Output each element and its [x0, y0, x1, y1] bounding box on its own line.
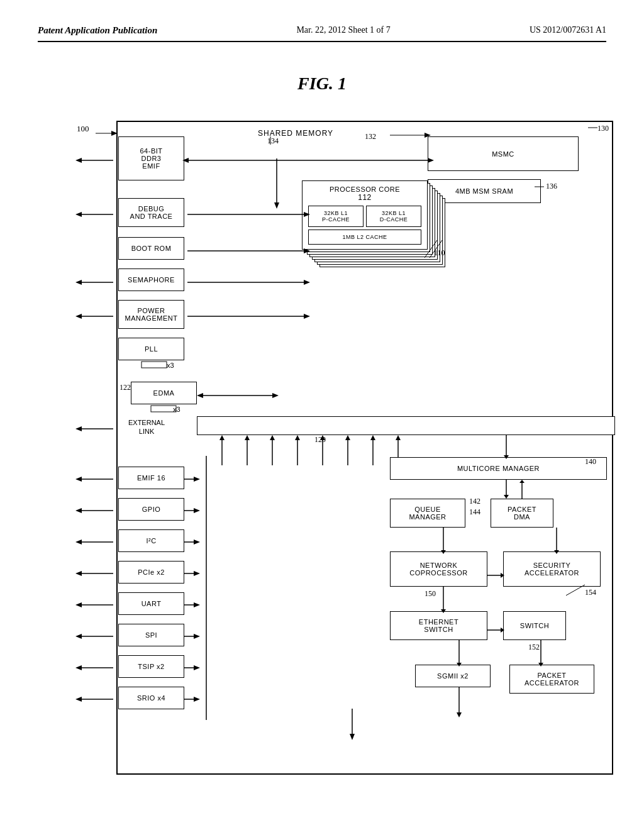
svg-marker-76 — [194, 665, 200, 670]
svg-marker-17 — [304, 248, 310, 253]
header-publication-label: Patent Application Publication — [38, 25, 157, 36]
uart-box: UART — [118, 592, 184, 615]
svg-marker-88 — [519, 480, 525, 483]
svg-marker-19 — [304, 280, 310, 285]
pcie-box: PCIe x2 — [118, 561, 184, 584]
svg-marker-95 — [501, 573, 504, 578]
page: Patent Application Publication Mar. 22, … — [0, 0, 644, 830]
svg-marker-72 — [194, 634, 200, 639]
l1d-cache-box: 32KB L1 D-CACHE — [366, 206, 421, 227]
processor-core-label: PROCESSOR CORE — [330, 185, 400, 193]
svg-marker-66 — [75, 602, 82, 607]
pll-x3-bracket — [138, 338, 176, 369]
sgmii-box: SGMII x2 — [415, 665, 491, 687]
sa-connect-line — [550, 528, 563, 554]
multicore-mgr-box: MULTICORE MANAGER — [390, 457, 607, 480]
ext-link-arrow — [75, 423, 119, 435]
l1p-cache-box: 32KB L1 P-CACHE — [308, 206, 364, 227]
svg-marker-68 — [194, 602, 200, 607]
svg-marker-6 — [428, 158, 434, 163]
svg-marker-7 — [182, 158, 189, 163]
svg-marker-23 — [75, 314, 82, 319]
eth-sgmii-arrow — [453, 640, 465, 667]
svg-marker-32 — [75, 426, 82, 431]
switch-pa-arrow — [535, 640, 547, 667]
uart-arrow — [75, 599, 119, 611]
power-arrow-right — [184, 310, 310, 323]
svg-marker-60 — [194, 540, 200, 545]
svg-marker-97 — [501, 628, 504, 633]
ref-142: 142 — [469, 497, 480, 506]
sgmii-down-arrow — [453, 687, 465, 719]
svg-marker-54 — [75, 508, 82, 513]
qm-to-nc-arrow — [437, 528, 450, 554]
emif16-arrow — [75, 473, 119, 485]
processor-core-ref: 112 — [358, 193, 372, 202]
header-date-sheet: Mar. 22, 2012 Sheet 1 of 7 — [296, 25, 390, 35]
svg-marker-64 — [194, 571, 200, 576]
debug-arrow-right — [184, 208, 310, 221]
svg-marker-46 — [370, 435, 375, 440]
queue-mgr-box: QUEUE MANAGER — [390, 499, 465, 528]
ref-130-arrow — [585, 121, 604, 134]
i2c-arrow — [75, 536, 119, 548]
packet-fabric-box — [197, 416, 615, 435]
svg-marker-42 — [320, 435, 325, 440]
svg-rect-27 — [151, 406, 176, 412]
svg-marker-62 — [75, 571, 82, 576]
external-link-label: EXTERNAL LINK — [118, 418, 175, 436]
edma-x3-bracket — [148, 382, 186, 413]
ref-154-line — [566, 582, 591, 597]
nc-eth-arrow — [437, 587, 450, 613]
svg-marker-2 — [425, 133, 431, 138]
ref-140: 140 — [585, 457, 596, 467]
pcie-arrow-right — [184, 567, 200, 580]
srio-arrow-right — [184, 693, 200, 706]
pdma-up-arrow — [516, 480, 528, 500]
gpio-box: GPIO — [118, 498, 184, 521]
svg-marker-90 — [441, 550, 446, 554]
eth-switch-line — [487, 624, 505, 636]
svg-marker-15 — [304, 212, 310, 217]
svg-marker-86 — [504, 455, 509, 459]
svg-marker-80 — [194, 697, 200, 702]
uart-arrow-right — [184, 599, 200, 611]
nc-sa-line — [487, 569, 505, 582]
gpio-arrow — [75, 504, 119, 517]
semaphore-arrow-right — [184, 276, 310, 289]
svg-marker-29 — [272, 393, 279, 398]
svg-marker-34 — [219, 435, 225, 440]
svg-marker-25 — [304, 314, 310, 319]
power-mgmt-box: POWER MANAGEMENT — [118, 300, 184, 329]
srio-arrow — [75, 693, 119, 706]
svg-marker-21 — [75, 280, 82, 285]
ddr3-box: 64-BIT DDR3 EMIF — [118, 136, 184, 180]
svg-marker-58 — [75, 540, 82, 545]
power-arrow-left — [75, 310, 119, 323]
header-patent-number: US 2012/0072631 A1 — [530, 25, 606, 35]
spi-arrow-right — [184, 630, 200, 643]
tsip-arrow-right — [184, 661, 200, 674]
packet-dma-box: PACKET DMA — [491, 499, 553, 528]
tsip-box: TSIP x2 — [118, 655, 184, 678]
svg-rect-26 — [142, 362, 167, 368]
tsip-arrow — [75, 661, 119, 674]
srio-box: SRIO x4 — [118, 687, 184, 709]
i2c-arrow-right — [184, 536, 200, 548]
packet-acc-box: PACKET ACCELERATOR — [509, 665, 594, 694]
ddr3-arrow-left — [75, 154, 119, 167]
semaphore-arrow-left — [75, 276, 119, 289]
left-bus-line — [200, 456, 213, 720]
bottom-down-arrow — [346, 709, 358, 740]
semaphore-box: SEMAPHORE — [118, 268, 184, 291]
svg-marker-70 — [75, 634, 82, 639]
ref-134-arrow — [261, 133, 280, 146]
svg-marker-78 — [75, 697, 82, 702]
svg-marker-99 — [441, 609, 446, 613]
network-cop-box: NETWORK COPROCESSOR — [390, 551, 487, 587]
figure-label: FIG. 1 — [297, 74, 347, 94]
mm-down-line — [500, 480, 513, 499]
svg-marker-93 — [554, 550, 559, 554]
svg-marker-82 — [350, 734, 355, 740]
svg-line-9 — [430, 240, 442, 258]
